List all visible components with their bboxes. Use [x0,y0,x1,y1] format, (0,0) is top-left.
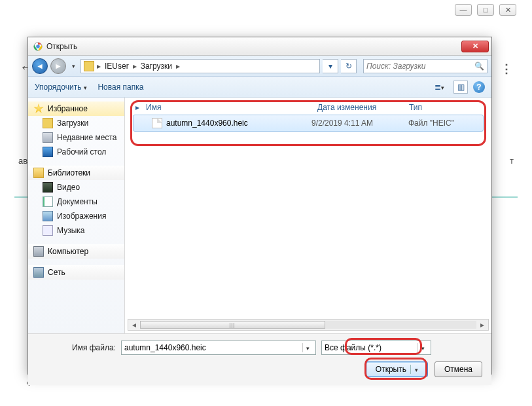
svg-point-1 [36,45,40,48]
sidebar-favorites-header[interactable]: Избранное [28,101,124,116]
organize-menu[interactable]: Упорядочить [35,83,87,92]
document-icon [43,196,53,207]
dialog-title: Открыть [46,42,461,51]
breadcrumb-folder[interactable]: Загрузки [139,62,173,71]
new-folder-button[interactable]: Новая папка [98,83,143,92]
nav-forward-button[interactable]: ► [50,58,66,74]
open-split-dropdown[interactable] [410,365,418,374]
sidebar-computer-header[interactable]: Компьютер [28,244,124,259]
horizontal-scrollbar[interactable]: ◂ ▸ [128,319,489,331]
folder-icon [84,61,94,71]
filename-combo[interactable]: autumn_1440x960.heic [121,341,316,355]
file-list-pane: ▸ Имя Дата изменения Тип autumn_1440x960… [125,98,491,333]
search-input[interactable] [366,62,474,71]
nav-back-button[interactable]: ◄ [32,58,48,74]
sidebar-libraries-header[interactable]: Библиотеки [28,166,124,180]
browser-maximize-button[interactable]: □ [477,4,494,16]
libraries-icon [33,168,44,178]
sidebar-item-documents[interactable]: Документы [28,194,124,209]
sidebar-item-label: Рабочий стол [57,147,106,157]
filter-value: Все файлы (*.*) [325,343,417,352]
page-text-right: т [510,156,514,166]
breadcrumb-dropdown-button[interactable]: ▾ [323,59,338,73]
file-type: Файл "HEIC" [408,119,480,128]
file-name: autumn_1440x960.heic [166,119,248,128]
sidebar-item-desktop[interactable]: Рабочий стол [28,145,124,159]
video-icon [43,182,53,193]
sidebar-item-label: Недавние места [57,133,116,142]
network-icon [33,267,44,278]
scroll-left-button[interactable]: ◂ [128,320,140,329]
column-date[interactable]: Дата изменения [317,103,409,112]
sidebar-favorites-label: Избранное [48,104,88,113]
filename-value: autumn_1440x960.heic [124,343,302,352]
page-text-left: ав [18,156,27,166]
dialog-controls: Имя файла: autumn_1440x960.heic Все файл… [28,333,491,385]
sidebar-item-downloads[interactable]: Загрузки [28,116,124,130]
browser-minimize-button[interactable]: — [455,4,472,16]
organize-label: Упорядочить [35,83,81,92]
sidebar-network-label: Сеть [48,268,65,277]
breadcrumb-bar[interactable]: ▸ IEUser ▸ Загрузки ▸ [80,59,320,73]
open-button[interactable]: Открыть [366,361,428,377]
chevron-down-icon [441,83,444,92]
sidebar-libraries-label: Библиотеки [48,168,90,177]
breadcrumb-user[interactable]: IEUser [103,62,130,71]
expand-icon: ▸ [135,103,146,112]
sidebar-item-label: Документы [57,197,98,206]
chevron-right-icon: ▸ [176,62,180,71]
music-icon [43,225,53,236]
browser-close-button[interactable]: ✕ [499,4,516,16]
refresh-button[interactable]: ↻ [341,59,357,73]
sidebar-network-header[interactable]: Сеть [28,265,124,280]
dialog-toolbar: Упорядочить Новая папка ≣ ▥ ? [28,77,491,98]
column-headers[interactable]: ▸ Имя Дата изменения Тип [125,98,491,115]
sidebar-item-label: Видео [57,183,80,192]
dialog-navbar: ◄ ► ▸ IEUser ▸ Загрузки ▸ ▾ ↻ 🔍 [28,56,491,77]
sidebar-item-label: Загрузки [57,119,88,128]
preview-pane-button[interactable]: ▥ [453,81,468,94]
folder-icon [43,118,53,128]
chevron-down-icon [84,83,87,92]
dialog-close-button[interactable]: ✕ [461,41,489,52]
chevron-right-icon: ▸ [133,62,137,71]
star-icon [33,103,44,114]
browser-more-icon[interactable]: ⋮ [501,62,512,76]
dialog-titlebar[interactable]: Открыть ✕ [28,37,491,56]
sidebar-computer-label: Компьютер [48,247,88,256]
desktop-icon [43,147,53,157]
file-icon [152,118,162,128]
new-folder-label: Новая папка [98,83,143,92]
sidebar: Избранное Загрузки Недавние места Рабочи… [28,98,125,333]
pictures-icon [43,211,53,221]
cancel-button[interactable]: Отмена [434,361,482,377]
file-row[interactable]: autumn_1440x960.heic 9/2/2019 4:11 AM Фа… [133,115,484,132]
column-name[interactable]: Имя [146,103,317,112]
chevron-down-icon[interactable] [302,343,313,352]
chevron-down-icon[interactable] [417,343,428,352]
column-type[interactable]: Тип [409,103,481,112]
search-icon[interactable]: 🔍 [474,62,484,71]
file-date: 9/2/2019 4:11 AM [311,119,403,128]
chrome-icon [33,42,43,51]
view-options-button[interactable]: ≣ [430,80,448,94]
nav-history-dropdown[interactable] [69,58,78,74]
sidebar-item-label: Изображения [57,212,106,221]
recent-icon [43,132,53,143]
sidebar-item-label: Музыка [57,226,84,235]
sidebar-item-video[interactable]: Видео [28,180,124,194]
file-type-filter[interactable]: Все файлы (*.*) [321,341,431,355]
chevron-right-icon: ▸ [97,62,101,71]
computer-icon [33,246,44,257]
help-button[interactable]: ? [473,81,485,93]
scroll-right-button[interactable]: ▸ [476,320,488,329]
scroll-track[interactable] [140,321,476,329]
sidebar-item-music[interactable]: Музыка [28,223,124,238]
cancel-button-label: Отмена [444,365,472,374]
sidebar-item-pictures[interactable]: Изображения [28,209,124,223]
scroll-thumb[interactable] [140,321,325,329]
sidebar-item-recent[interactable]: Недавние места [28,130,124,145]
search-box[interactable]: 🔍 [363,59,488,73]
open-file-dialog: Открыть ✕ ◄ ► ▸ IEUser ▸ Загрузки ▸ ▾ ↻ … [27,37,492,375]
open-button-label: Открыть [376,365,406,374]
